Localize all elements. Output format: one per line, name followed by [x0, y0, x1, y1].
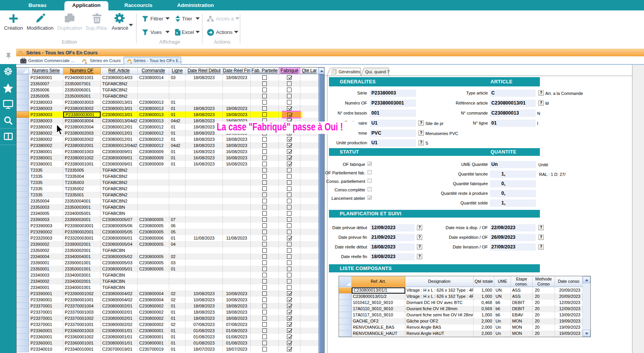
svg-text:x: x	[176, 31, 178, 35]
